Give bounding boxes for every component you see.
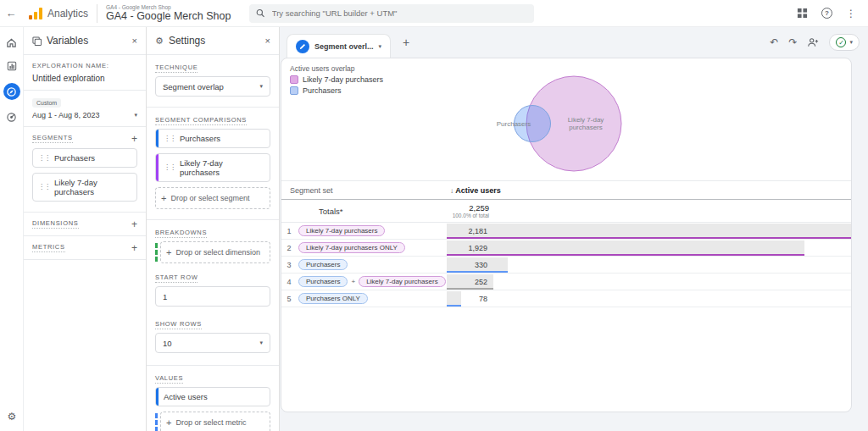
date-range-section[interactable]: Custom Aug 1 - Aug 8, 2023 ▾ bbox=[24, 91, 146, 126]
variables-close-icon[interactable]: × bbox=[132, 36, 137, 46]
show-rows-select[interactable]: 10 ▾ bbox=[155, 333, 270, 353]
segment-pill[interactable]: Likely 7-day purchasers bbox=[298, 225, 385, 236]
segment-set-cell: 5Purchasers ONLY bbox=[281, 293, 447, 304]
drop-segment-plus-icon: + bbox=[161, 193, 166, 203]
segment-pills: Purchasers bbox=[297, 259, 447, 270]
tab-caret-icon[interactable]: ▾ bbox=[379, 43, 382, 50]
start-row-input[interactable] bbox=[163, 292, 263, 301]
search-input[interactable] bbox=[272, 8, 528, 18]
active-users-cell: 1,929 bbox=[447, 240, 851, 257]
chart-legend: Active users overlap Likely 7-day purcha… bbox=[290, 64, 383, 95]
segment-pill[interactable]: Purchasers ONLY bbox=[298, 293, 368, 304]
drop-segment-zone[interactable]: + Drop or select segment bbox=[155, 187, 270, 209]
segment-pill[interactable]: Likely 7-day purchasers bbox=[359, 276, 445, 287]
venn-label-likely-7-day: Likely 7-day purchasers bbox=[548, 116, 624, 131]
property-selector[interactable]: GA4 - Google Merch Shop GA4 - Google Mer… bbox=[106, 4, 231, 22]
exploration-name-label: EXPLORATION NAME: bbox=[32, 62, 137, 70]
col-segment-set[interactable]: Segment set bbox=[290, 186, 333, 195]
status-caret-icon: ▾ bbox=[849, 39, 853, 46]
table-totals-row: Totals* 2,259 100.0% of total bbox=[281, 200, 851, 223]
apps-grid-icon[interactable] bbox=[797, 8, 808, 19]
segment-comparisons-label: SEGMENT COMPARISONS bbox=[155, 116, 247, 125]
segment-pill[interactable]: Purchasers bbox=[298, 259, 348, 270]
add-metric-icon[interactable]: + bbox=[131, 244, 137, 252]
segment-set-cell: 2Likely 7-day purchasers ONLY bbox=[281, 242, 447, 253]
values-list: Active users bbox=[155, 387, 270, 406]
drop-dimension-plus-icon: + bbox=[166, 247, 171, 257]
comparison-segment-card[interactable]: ⋮⋮Likely 7-day purchasers bbox=[155, 153, 270, 182]
nav-explore-icon[interactable] bbox=[3, 83, 20, 100]
tab-label: Segment overl... bbox=[314, 42, 374, 51]
totals-share: 100.0% of total bbox=[447, 213, 489, 218]
active-users-cell: 78 bbox=[447, 290, 851, 307]
help-icon[interactable]: ? bbox=[821, 8, 832, 19]
segment-pills: Purchasers+Likely 7-day purchasers bbox=[297, 276, 447, 287]
drag-handle-icon: ⋮⋮ bbox=[164, 164, 175, 171]
col-active-users[interactable]: ↓ Active users bbox=[447, 186, 501, 195]
segments-label: SEGMENTS bbox=[32, 134, 73, 143]
segment-card-label: Likely 7-day purchasers bbox=[180, 158, 264, 177]
start-row-input-box bbox=[155, 286, 270, 307]
redo-icon[interactable]: ↷ bbox=[788, 36, 797, 48]
canvas-area: Segment overl... ▾ + ↶ ↷ ✓ ▾ bbox=[280, 27, 868, 431]
metric-card-label: Active users bbox=[164, 392, 208, 401]
segment-set-cell: 3Purchasers bbox=[281, 259, 447, 270]
legend-item: Likely 7-day purchasers bbox=[290, 75, 383, 84]
tab-segment-overlap[interactable]: Segment overl... ▾ bbox=[287, 34, 391, 58]
header-divider bbox=[97, 4, 97, 23]
drop-metric-zone[interactable]: + Drop or select metric bbox=[160, 412, 270, 431]
more-menu-icon[interactable]: ⋮ bbox=[846, 8, 856, 19]
start-row-label: START ROW bbox=[155, 274, 198, 283]
table-row[interactable]: 4Purchasers+Likely 7-day purchasers252 bbox=[281, 274, 851, 290]
add-dimension-icon[interactable]: + bbox=[131, 220, 137, 229]
date-custom-badge: Custom bbox=[32, 98, 61, 108]
table-row[interactable]: 1Likely 7-day purchasers2,181 bbox=[281, 223, 851, 240]
nav-reports-icon[interactable] bbox=[5, 59, 19, 73]
search-icon bbox=[256, 8, 264, 18]
property-title: GA4 - Google Merch Shop bbox=[106, 10, 231, 22]
drop-segment-text: Drop or select segment bbox=[170, 194, 249, 202]
values-label: VALUES bbox=[155, 374, 183, 384]
tab-strip: Segment overl... ▾ + ↶ ↷ ✓ ▾ bbox=[280, 27, 868, 58]
admin-gear-icon[interactable]: ⚙ bbox=[0, 411, 24, 423]
export-status-button[interactable]: ✓ ▾ bbox=[829, 34, 860, 51]
table-row[interactable]: 3Purchasers330 bbox=[281, 257, 851, 274]
technique-select[interactable]: Segment overlap ▾ bbox=[155, 76, 270, 97]
segment-pill[interactable]: Likely 7-day purchasers ONLY bbox=[298, 242, 405, 253]
back-icon[interactable]: ← bbox=[0, 7, 22, 19]
nav-advertising-icon[interactable] bbox=[5, 110, 19, 124]
comparison-segment-card[interactable]: ⋮⋮Purchasers bbox=[155, 129, 270, 148]
global-search[interactable] bbox=[249, 4, 534, 23]
table-row[interactable]: 5Purchasers ONLY78 bbox=[281, 290, 851, 307]
variables-segment-card[interactable]: ⋮⋮Likely 7-day purchasers bbox=[32, 173, 137, 202]
value-bar bbox=[447, 224, 851, 239]
variables-segment-card[interactable]: ⋮⋮Purchasers bbox=[32, 148, 137, 168]
segment-color-bar bbox=[156, 154, 159, 181]
help-glyph: ? bbox=[821, 8, 832, 19]
edit-pencil-icon bbox=[296, 40, 309, 53]
legend-label: Likely 7-day purchasers bbox=[303, 75, 383, 84]
row-number: 4 bbox=[281, 278, 297, 286]
exploration-name-value[interactable]: Untitled exploration bbox=[32, 74, 137, 83]
variables-title: Variables bbox=[47, 35, 127, 47]
table-row[interactable]: 2Likely 7-day purchasers ONLY1,929 bbox=[281, 240, 851, 257]
share-user-icon[interactable] bbox=[807, 37, 819, 47]
segment-set-cell: 1Likely 7-day purchasers bbox=[281, 225, 447, 236]
metrics-label: METRICS bbox=[32, 243, 65, 252]
product-name: Analytics bbox=[47, 8, 88, 19]
undo-icon[interactable]: ↶ bbox=[770, 36, 778, 48]
active-users-value: 78 bbox=[447, 290, 487, 307]
settings-close-icon[interactable]: × bbox=[265, 36, 270, 46]
status-check-icon: ✓ bbox=[836, 37, 846, 47]
venn-label-purchasers: Purchasers bbox=[493, 120, 534, 128]
value-metric-card[interactable]: Active users bbox=[155, 387, 270, 406]
technique-value: Segment overlap bbox=[163, 82, 224, 91]
add-segment-icon[interactable]: + bbox=[131, 135, 137, 143]
drop-dimension-zone[interactable]: + Drop or select dimension bbox=[160, 241, 270, 263]
segment-pills: Purchasers ONLY bbox=[297, 293, 447, 304]
variables-icon bbox=[32, 36, 42, 46]
show-rows-caret-icon: ▾ bbox=[259, 340, 263, 346]
segment-pill[interactable]: Purchasers bbox=[298, 276, 348, 287]
nav-home-icon[interactable] bbox=[5, 36, 19, 49]
add-tab-icon[interactable]: + bbox=[403, 36, 409, 49]
